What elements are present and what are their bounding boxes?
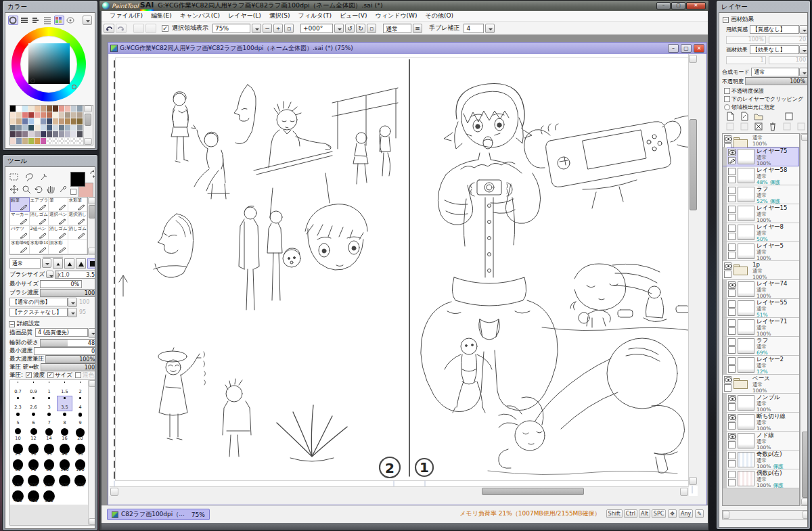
color-swatch[interactable] — [71, 106, 77, 112]
tool-選択消し[interactable]: 選択消し — [68, 212, 88, 226]
color-swatch[interactable] — [77, 112, 83, 119]
layer-visibility-toggle[interactable] — [728, 206, 736, 213]
layer-row[interactable]: レイヤー58通常48%保護 — [723, 166, 799, 185]
brush-tip-square-icon[interactable] — [87, 258, 95, 269]
layer-list-scrollbar[interactable] — [800, 133, 808, 506]
min-density-slider[interactable]: 0 — [34, 347, 95, 355]
deselect-button[interactable] — [133, 24, 144, 33]
layer-visibility-toggle[interactable] — [728, 395, 736, 402]
pressure-check-濃度[interactable]: ✓濃度 — [26, 371, 45, 379]
blend-mode-dropdown[interactable] — [799, 68, 808, 76]
maximize-button[interactable]: ▢ — [671, 2, 685, 9]
color-swatch[interactable] — [77, 125, 83, 132]
color-swatch[interactable] — [65, 138, 71, 145]
minimize-button[interactable]: – — [656, 2, 671, 9]
brush-size-3.5[interactable]: 3.5 — [57, 396, 72, 411]
color-swatch[interactable] — [47, 131, 53, 138]
brush-size-1[interactable]: 1 — [41, 380, 57, 396]
canvas-restore-button[interactable]: ▢ — [681, 44, 692, 53]
menu-item[interactable]: レイヤー(L) — [224, 11, 265, 20]
color-swatch[interactable] — [53, 138, 59, 145]
erase-layer-icon[interactable] — [754, 122, 764, 131]
brush-shape-dropdown[interactable] — [68, 298, 77, 307]
color-swatch[interactable] — [53, 131, 59, 138]
color-swatch[interactable] — [47, 118, 53, 125]
menu-item[interactable]: その他(O) — [422, 11, 458, 20]
color-swatch[interactable] — [71, 112, 77, 119]
layer-secondary-toggle[interactable] — [728, 214, 736, 221]
canvas-horizontal-scrollbar[interactable] — [110, 486, 689, 496]
color-swatch[interactable] — [22, 118, 28, 125]
brush-size-6[interactable]: 6 — [26, 411, 41, 427]
zoom-icon[interactable] — [22, 185, 31, 194]
paint-mode-dropdown[interactable] — [42, 258, 51, 268]
layer-row[interactable]: レイヤー55通常51% — [723, 299, 799, 318]
eyedropper-icon[interactable] — [58, 185, 68, 194]
hand-icon[interactable] — [46, 185, 55, 194]
canvas-area[interactable]: 2 1 — [109, 54, 698, 496]
brush-size-35[interactable]: 35 — [41, 442, 57, 458]
canvas-close-button[interactable]: ✕ — [694, 44, 704, 53]
layer-secondary-toggle[interactable] — [724, 271, 731, 278]
sv-cursor[interactable] — [30, 78, 35, 83]
color-swatch[interactable] — [28, 125, 35, 132]
color-swatch[interactable] — [59, 118, 65, 125]
min-size-slider[interactable]: 0% — [40, 280, 82, 288]
layer-folder-row[interactable]: 通常100% — [723, 134, 799, 147]
color-swatch[interactable] — [16, 112, 22, 119]
color-swatch[interactable] — [10, 118, 16, 125]
brush-size-12[interactable]: 12 — [26, 427, 41, 442]
layer-row[interactable]: 断ち切り線通常100% — [723, 413, 799, 432]
brush-size-14[interactable]: 14 — [41, 427, 57, 442]
close-button[interactable]: ✕ — [686, 2, 706, 9]
color-swatch[interactable] — [59, 138, 65, 145]
zoom-reset-button[interactable]: ▫ — [284, 24, 294, 33]
brush-size-100[interactable]: 100 — [57, 458, 72, 474]
tool-消しゴム[interactable]: 消しゴム — [49, 226, 68, 240]
layer-extra2-icon[interactable] — [796, 122, 807, 131]
color-swatch[interactable] — [22, 138, 28, 145]
color-swatch[interactable] — [35, 125, 41, 132]
magic-wand-icon[interactable] — [39, 172, 49, 182]
color-swatch[interactable] — [41, 118, 47, 125]
brush-size-500[interactable]: 500 — [41, 489, 57, 505]
angle-dropdown-button[interactable] — [334, 24, 344, 33]
color-swatch[interactable] — [65, 125, 71, 132]
color-swatch[interactable] — [53, 125, 59, 132]
brush-size-50[interactable]: 50 — [72, 442, 88, 458]
layer-visibility-toggle[interactable] — [728, 338, 736, 346]
delete-layer-icon[interactable] — [768, 122, 778, 131]
layer-row[interactable]: 奇数p(左)通常100%保護 — [723, 451, 799, 469]
material-effect-select[interactable]: 【効果なし】 — [750, 45, 799, 54]
undo-button[interactable] — [104, 24, 114, 33]
tool-旧水彩[interactable]: 旧水彩 — [49, 240, 68, 254]
brush-size-450[interactable]: 450 — [26, 489, 41, 505]
blend-mode-select[interactable]: 通常 — [751, 68, 799, 76]
layer-secondary-toggle[interactable] — [728, 252, 736, 259]
layer-row[interactable]: レイヤー8通常50% — [723, 223, 799, 242]
color-swatch[interactable] — [47, 125, 53, 132]
color-swatch[interactable] — [35, 138, 41, 145]
color-swatch[interactable] — [65, 131, 71, 138]
color-swatch[interactable] — [10, 131, 16, 138]
layer-visibility-toggle[interactable] — [728, 452, 736, 459]
rotate-icon[interactable] — [34, 185, 43, 194]
color-swatch[interactable] — [10, 112, 16, 119]
color-swatch[interactable] — [35, 106, 41, 112]
tool-鉛筆[interactable]: 鉛筆 — [10, 198, 30, 212]
brush-size-80[interactable]: 80 — [41, 458, 57, 474]
color-swatch[interactable] — [41, 125, 47, 132]
rotate-cw-button[interactable]: ↻ — [356, 24, 365, 33]
brush-shape-select[interactable]: 【通常の円形】 — [9, 298, 68, 306]
brush-size-0.9[interactable]: 0.9 — [26, 380, 41, 396]
color-swatch[interactable] — [59, 131, 65, 138]
layer-list-hscrollbar[interactable] — [722, 510, 808, 520]
color-swatch[interactable] — [77, 118, 83, 125]
layer-extra1-icon[interactable] — [782, 122, 792, 131]
color-swatch[interactable] — [41, 106, 47, 112]
paint-mode-select[interactable]: 通常 — [9, 258, 41, 269]
layer-secondary-toggle[interactable] — [728, 195, 736, 202]
brush-size-30[interactable]: 30 — [26, 442, 41, 458]
color-swatch[interactable] — [53, 112, 59, 119]
view-mode-button[interactable]: ≡ — [413, 24, 422, 33]
